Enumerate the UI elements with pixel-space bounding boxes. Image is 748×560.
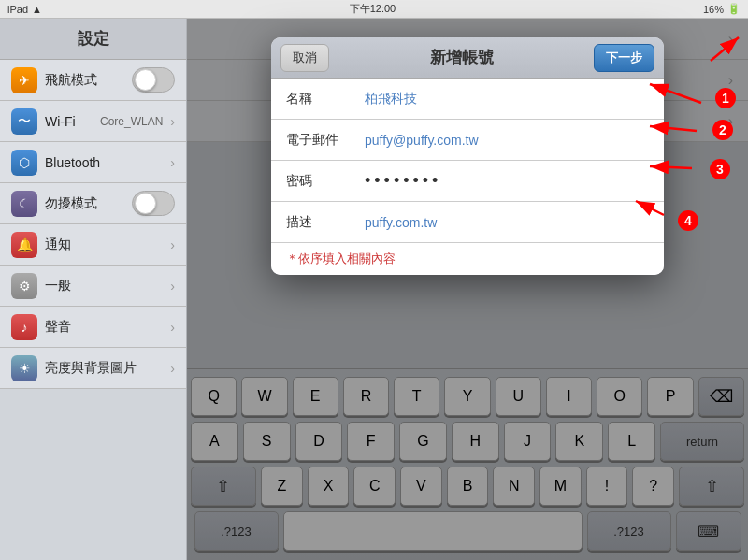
status-right: 16% 🔋: [703, 3, 741, 15]
status-time: 下午12:00: [350, 2, 396, 16]
badge-2: 2: [712, 120, 733, 140]
sidebar-item-label: 飛航模式: [45, 72, 124, 89]
dialog-overlay: 取消 新增帳號 下一步 名稱 柏飛科技 電子郵件 puffy@puffy.com…: [187, 19, 748, 560]
wallpaper-icon: ☀: [11, 355, 37, 381]
sidebar-item-wallpaper[interactable]: ☀ 亮度與背景圖片 ›: [0, 348, 186, 389]
notification-icon: 🔔: [11, 232, 37, 258]
wifi-icon: ▲: [32, 4, 42, 15]
add-account-dialog: 取消 新增帳號 下一步 名稱 柏飛科技 電子郵件 puffy@puffy.com…: [271, 37, 664, 275]
donotdisturb-icon: ☾: [11, 191, 37, 217]
password-label: 密碼: [286, 173, 361, 190]
dialog-title: 新增帳號: [329, 47, 594, 68]
form-row-password[interactable]: 密碼 ••••••••: [271, 161, 664, 202]
form-row-name[interactable]: 名稱 柏飛科技: [271, 79, 664, 120]
badge-4: 4: [678, 210, 698, 231]
password-value[interactable]: ••••••••: [361, 164, 649, 198]
airplane-toggle[interactable]: [132, 67, 175, 93]
wifi-value: Core_WLAN: [100, 115, 163, 128]
status-bar: iPad ▲ 下午12:00 16% 🔋: [0, 0, 748, 19]
sidebar-item-airplane[interactable]: ✈ 飛航模式: [0, 60, 186, 101]
svg-line-5: [711, 37, 739, 61]
badge-1: 1: [715, 88, 736, 108]
sidebar-item-label: Wi-Fi: [45, 114, 93, 129]
bluetooth-icon: ⬡: [11, 150, 37, 176]
dialog-header: 取消 新增帳號 下一步: [271, 37, 664, 79]
sidebar-header: 設定: [0, 19, 186, 60]
sidebar-item-sound[interactable]: ♪ 聲音 ›: [0, 307, 186, 348]
sidebar-item-bluetooth[interactable]: ⬡ Bluetooth ›: [0, 142, 186, 183]
ipad-label: iPad: [7, 4, 28, 15]
wifi-icon: 〜: [11, 108, 37, 135]
donotdisturb-toggle[interactable]: [132, 191, 175, 216]
chevron-right-icon: ›: [170, 361, 175, 376]
general-icon: ⚙: [11, 273, 37, 299]
sidebar-item-label: 一般: [45, 278, 163, 294]
sound-icon: ♪: [11, 314, 37, 340]
chevron-right-icon: ›: [170, 114, 175, 129]
description-label: 描述: [286, 214, 361, 231]
email-label: 電子郵件: [286, 132, 361, 149]
chevron-right-icon: ›: [170, 279, 175, 294]
sidebar-item-wifi[interactable]: 〜 Wi-Fi Core_WLAN ›: [0, 101, 186, 142]
chevron-right-icon: ›: [170, 155, 175, 170]
sidebar-item-label: 亮度與背景圖片: [45, 360, 163, 377]
sidebar-item-donotdisturb[interactable]: ☾ 勿擾模式: [0, 183, 186, 224]
name-value[interactable]: 柏飛科技: [361, 83, 649, 115]
sidebar-item-label: Bluetooth: [45, 155, 163, 170]
next-button[interactable]: 下一步: [594, 44, 654, 72]
chevron-right-icon: ›: [170, 320, 175, 335]
cancel-button[interactable]: 取消: [280, 44, 329, 72]
airplane-icon: ✈: [11, 67, 37, 93]
description-value[interactable]: puffy.com.tw: [361, 208, 649, 237]
sidebar-title: 設定: [78, 28, 109, 50]
main-container: 設定 ✈ 飛航模式 〜 Wi-Fi Core_WLAN › ⬡ Bluetoot…: [0, 19, 748, 560]
chevron-right-icon: ›: [170, 237, 175, 252]
toggle-knob: [135, 69, 156, 91]
sidebar-item-general[interactable]: ⚙ 一般 ›: [0, 266, 186, 307]
content-area: › › › 取消 新增帳號 下一步: [187, 19, 748, 560]
sidebar-item-label: 通知: [45, 237, 163, 253]
badge-3: 3: [710, 159, 730, 179]
sidebar-item-label: 勿擾模式: [45, 195, 124, 212]
sidebar-item-label: 聲音: [45, 319, 163, 336]
battery-icon: 🔋: [727, 3, 741, 15]
sidebar: 設定 ✈ 飛航模式 〜 Wi-Fi Core_WLAN › ⬡ Bluetoot…: [0, 19, 187, 560]
toggle-knob: [135, 193, 156, 214]
name-label: 名稱: [286, 91, 361, 108]
form-row-description[interactable]: 描述 puffy.com.tw: [271, 202, 664, 243]
email-value[interactable]: puffy@puffy.com.tw: [361, 125, 649, 155]
battery-label: 16%: [703, 4, 724, 15]
status-left: iPad ▲: [7, 4, 42, 15]
sidebar-item-notification[interactable]: 🔔 通知 ›: [0, 224, 186, 266]
dialog-body: 名稱 柏飛科技 電子郵件 puffy@puffy.com.tw 密碼 •••••…: [271, 79, 664, 275]
form-row-email[interactable]: 電子郵件 puffy@puffy.com.tw: [271, 120, 664, 161]
hint-text: ＊依序填入相關內容: [271, 243, 664, 275]
